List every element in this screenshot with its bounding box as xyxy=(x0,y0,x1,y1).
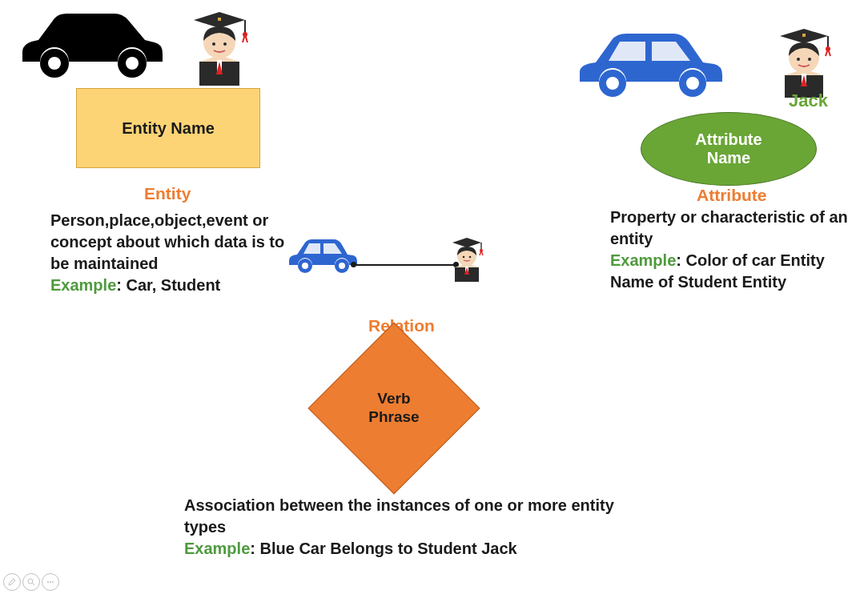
attribute-description: Property or characteristic of an entity … xyxy=(610,207,858,293)
svg-rect-27 xyxy=(802,34,806,37)
svg-point-9 xyxy=(223,42,227,46)
attribute-name-label: Jack xyxy=(789,90,828,111)
entity-example-text: : Car, Student xyxy=(116,276,220,294)
svg-line-48 xyxy=(32,583,34,585)
svg-point-41 xyxy=(469,256,472,259)
toolbar-more-icon[interactable] xyxy=(42,573,59,591)
svg-point-8 xyxy=(212,42,215,46)
attribute-shape-label: Attribute Name xyxy=(695,130,762,167)
svg-point-51 xyxy=(52,581,54,583)
svg-point-40 xyxy=(463,256,465,259)
entity-example-label: Example xyxy=(50,276,116,294)
entity-section-title: Entity xyxy=(144,184,191,203)
student-icon-top-left xyxy=(182,6,258,89)
svg-point-47 xyxy=(28,579,33,584)
svg-point-50 xyxy=(50,581,51,583)
relation-example-label: Example xyxy=(184,540,250,557)
car-black-icon xyxy=(14,4,167,87)
svg-point-49 xyxy=(47,581,49,583)
relation-desc-text: Association between the instances of one… xyxy=(184,496,614,536)
entity-desc-text: Person,place,object,event or concept abo… xyxy=(50,211,284,272)
svg-point-1 xyxy=(48,57,61,70)
svg-rect-11 xyxy=(218,18,221,21)
car-blue-big-icon xyxy=(573,24,725,103)
toolbar-pen-icon[interactable] xyxy=(3,573,21,591)
car-blue-small-icon xyxy=(286,234,358,277)
relation-connector-dot xyxy=(351,262,356,267)
relation-description: Association between the instances of one… xyxy=(184,495,617,560)
attribute-example-label: Example xyxy=(610,251,676,269)
bottom-toolbar xyxy=(3,573,59,591)
relation-shape-diamond: Verb Phrase xyxy=(298,336,490,480)
toolbar-zoom-icon[interactable] xyxy=(22,573,40,591)
svg-point-19 xyxy=(686,77,699,90)
svg-point-3 xyxy=(126,57,139,70)
attribute-desc-text: Property or characteristic of an entity xyxy=(610,208,848,247)
relation-shape-label: Verb Phrase xyxy=(368,390,419,427)
entity-shape-rectangle: Entity Name xyxy=(76,88,260,168)
svg-marker-42 xyxy=(452,238,481,247)
attribute-shape-oval: Attribute Name xyxy=(641,112,817,186)
relation-example-text: : Blue Car Belongs to Student Jack xyxy=(250,540,516,557)
entity-description: Person,place,object,event or concept abo… xyxy=(50,210,299,296)
student-icon-small xyxy=(445,234,489,285)
entity-shape-label: Entity Name xyxy=(122,119,215,138)
svg-point-17 xyxy=(606,77,619,90)
svg-point-35 xyxy=(339,263,345,269)
svg-point-25 xyxy=(808,58,811,61)
svg-point-24 xyxy=(797,58,800,61)
svg-point-33 xyxy=(302,263,308,269)
attribute-section-title: Attribute xyxy=(697,186,767,205)
relation-connector-line xyxy=(353,264,456,266)
